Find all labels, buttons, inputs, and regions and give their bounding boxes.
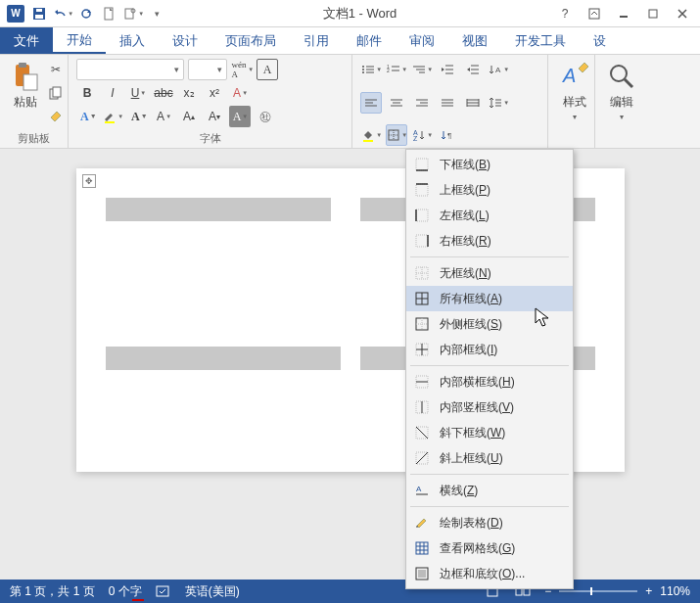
maximize-button[interactable]	[641, 4, 665, 23]
zoom-in-icon[interactable]: +	[645, 584, 652, 598]
tab-references[interactable]: 引用	[290, 27, 343, 54]
bt-icon	[414, 182, 430, 198]
text-effects-button[interactable]: A	[76, 106, 98, 127]
align-left-button[interactable]	[360, 92, 382, 114]
border-menu-grid[interactable]: 查看网格线(G)	[406, 535, 573, 561]
border-menu-none[interactable]: 无框线(N)	[406, 260, 573, 286]
borders-button[interactable]	[386, 124, 407, 146]
print-icon[interactable]	[123, 4, 143, 23]
cut-button[interactable]: ✂	[45, 59, 67, 80]
border-menu-dialog[interactable]: 边框和底纹(O)...	[406, 561, 573, 586]
border-menu-outside[interactable]: 外侧框线(S)	[406, 311, 573, 337]
show-marks-button[interactable]: ¶	[437, 124, 458, 146]
border-menu-dup[interactable]: 斜上框线(U)	[406, 445, 573, 471]
help-button[interactable]: ?	[553, 4, 577, 23]
font-size-select[interactable]: ▾	[188, 59, 227, 80]
char-shading-button[interactable]: A	[153, 106, 174, 127]
border-menu-ddown[interactable]: 斜下框线(W)	[406, 420, 573, 445]
tab-design[interactable]: 设计	[159, 27, 211, 54]
grow-font-button[interactable]: A▴	[178, 106, 200, 127]
change-case-button[interactable]: A	[229, 106, 251, 127]
numbering-button[interactable]: 12	[386, 59, 407, 80]
proofing-icon[interactable]	[156, 584, 171, 598]
ribbon-collapse-button[interactable]	[583, 4, 606, 23]
zoom-slider[interactable]	[559, 590, 637, 592]
highlight-button[interactable]	[102, 106, 123, 127]
decrease-indent-button[interactable]	[437, 59, 458, 80]
minimize-button[interactable]	[612, 4, 635, 23]
font-select[interactable]: ▾	[76, 59, 184, 80]
word-count[interactable]: 0 个字	[109, 583, 142, 600]
subscript-button[interactable]: x₂	[178, 82, 200, 104]
enclose-char-button[interactable]: ㊓	[255, 106, 276, 127]
shrink-font-button[interactable]: A▾	[204, 106, 225, 127]
clear-format-button[interactable]: A	[229, 82, 251, 104]
word-app-icon[interactable]: W	[6, 4, 25, 23]
save-icon[interactable]	[29, 4, 49, 23]
qat-customize[interactable]: ▾	[147, 4, 166, 23]
align-justify-button[interactable]	[437, 92, 458, 114]
tab-dev[interactable]: 开发工具	[501, 27, 580, 54]
italic-button[interactable]: I	[102, 82, 123, 104]
svg-rect-12	[23, 74, 37, 90]
svg-rect-72	[416, 209, 428, 221]
redo-button[interactable]	[76, 4, 96, 23]
increase-indent-button[interactable]	[462, 59, 484, 80]
document-area[interactable]: ✥	[0, 149, 700, 580]
tab-layout[interactable]: 页面布局	[211, 27, 290, 54]
bv-icon	[414, 399, 430, 415]
svg-rect-54	[363, 140, 373, 142]
underline-button[interactable]: U	[127, 82, 149, 104]
format-painter-button[interactable]	[45, 106, 67, 127]
border-menu-ihor[interactable]: 内部横框线(H)	[406, 369, 573, 394]
line-spacing-button[interactable]	[488, 92, 509, 114]
border-menu-right[interactable]: 右框线(R)	[406, 228, 573, 254]
tab-review[interactable]: 审阅	[396, 27, 448, 54]
page-indicator[interactable]: 第 1 页，共 1 页	[10, 583, 95, 600]
menu-item-label: 内部框线(I)	[440, 342, 497, 358]
copy-button[interactable]	[45, 82, 67, 104]
border-menu-hline[interactable]: A横线(Z)	[406, 478, 573, 503]
menu-item-label: 边框和底纹(O)...	[440, 566, 525, 582]
tab-home[interactable]: 开始	[53, 27, 106, 54]
menu-separator	[410, 256, 569, 257]
undo-button[interactable]	[53, 4, 72, 23]
text-direction-button[interactable]: A	[488, 59, 509, 80]
border-menu-left[interactable]: 左框线(L)	[406, 203, 573, 228]
border-menu-all[interactable]: 所有框线(A)	[406, 286, 573, 311]
border-menu-inside[interactable]: 内部框线(I)	[406, 337, 573, 362]
border-menu-bottom[interactable]: 下框线(B)	[406, 152, 573, 177]
edit-button[interactable]: 编辑 ▾	[603, 59, 640, 123]
table-anchor-icon[interactable]: ✥	[82, 174, 96, 188]
bold-button[interactable]: B	[76, 82, 98, 104]
svg-rect-5	[125, 9, 133, 19]
zoom-value[interactable]: 110%	[660, 584, 690, 598]
tab-view[interactable]: 视图	[448, 27, 501, 54]
bullets-button[interactable]	[360, 59, 382, 80]
shading-button[interactable]	[360, 124, 382, 146]
close-button[interactable]	[671, 4, 694, 23]
border-menu-top[interactable]: 上框线(P)	[406, 177, 573, 203]
tab-file[interactable]: 文件	[0, 27, 53, 54]
bb-icon	[414, 157, 430, 172]
multilevel-button[interactable]	[411, 59, 433, 80]
strike-button[interactable]: abc	[153, 82, 174, 104]
distributed-button[interactable]	[462, 92, 484, 114]
sort-button[interactable]: AZ	[411, 124, 433, 146]
styles-button[interactable]: A 样式 ▾	[556, 59, 593, 123]
tab-settings[interactable]: 设	[580, 27, 620, 54]
border-menu-draw[interactable]: 绘制表格(D)	[406, 510, 573, 535]
tab-insert[interactable]: 插入	[106, 27, 159, 54]
align-center-button[interactable]	[386, 92, 407, 114]
font-color-button[interactable]: A	[127, 106, 149, 127]
superscript-button[interactable]: x²	[204, 82, 225, 104]
language-indicator[interactable]: 英语(美国)	[185, 583, 240, 600]
tab-mail[interactable]: 邮件	[343, 27, 396, 54]
svg-text:2: 2	[387, 68, 390, 73]
phonetic-guide-button[interactable]: wénA	[231, 59, 253, 80]
align-right-button[interactable]	[411, 92, 433, 114]
new-doc-icon[interactable]	[100, 4, 119, 23]
char-border-button[interactable]: A	[257, 59, 278, 80]
paste-button[interactable]: 粘贴	[8, 59, 43, 127]
border-menu-iver[interactable]: 内部竖框线(V)	[406, 394, 573, 420]
